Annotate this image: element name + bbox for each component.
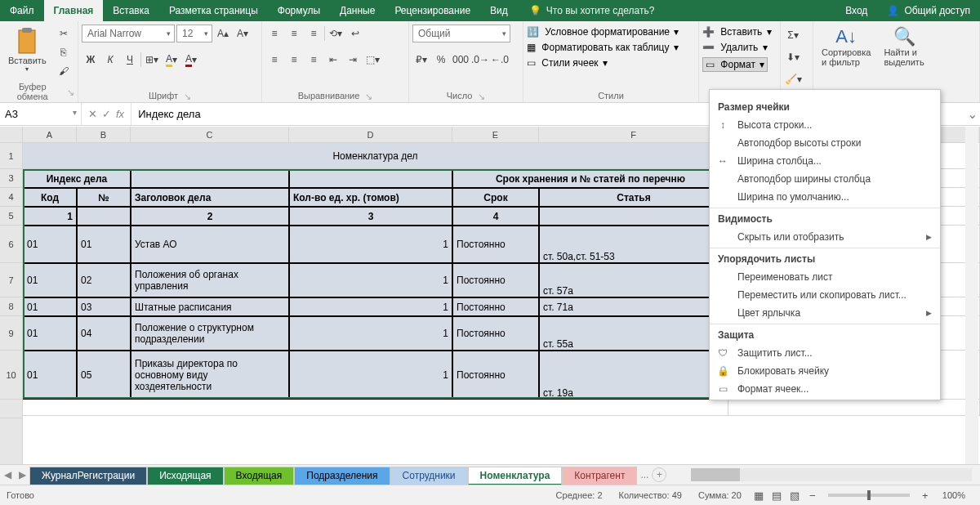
- font-name-select[interactable]: Arial Narrow: [82, 25, 175, 42]
- orientation-button[interactable]: ⟲▾: [327, 25, 345, 42]
- dialog-launcher-icon[interactable]: ↘: [477, 92, 485, 100]
- tab-review[interactable]: Рецензирование: [385, 0, 480, 21]
- vertical-scrollbar[interactable]: [965, 127, 978, 464]
- delete-cells-button[interactable]: ➖ Удалить ▾: [702, 42, 768, 53]
- dialog-launcher-icon[interactable]: ↘: [364, 92, 372, 100]
- outdent-button[interactable]: ⇤: [324, 51, 342, 69]
- align-left-button[interactable]: ≡: [265, 51, 283, 69]
- title-cell[interactable]: Номенклатура дел: [23, 143, 728, 169]
- conditional-formatting-button[interactable]: 🔢 Условное форматирование ▾: [527, 26, 679, 38]
- grow-font-button[interactable]: A▴: [214, 25, 232, 42]
- format-cells-button[interactable]: ▭ Формат ▾: [702, 57, 768, 72]
- view-layout-icon[interactable]: ▤: [768, 489, 786, 502]
- underline-button[interactable]: Ч: [121, 51, 139, 69]
- menu-tab-color[interactable]: Цвет ярлычка▶: [710, 304, 940, 322]
- align-right-button[interactable]: ≡: [305, 51, 323, 69]
- sheet-tab-Контрагент[interactable]: Контрагент: [562, 467, 637, 485]
- copy-button[interactable]: ⎘: [55, 43, 73, 61]
- menu-format-cells[interactable]: ▭Формат ячеек...: [710, 380, 940, 398]
- align-center-button[interactable]: ≡: [285, 51, 303, 69]
- cell-styles-button[interactable]: ▭ Стили ячеек ▾: [527, 57, 608, 69]
- horizontal-scrollbar[interactable]: [691, 468, 972, 481]
- sheet-tab-Входящая[interactable]: Входящая: [224, 467, 295, 485]
- menu-move-copy[interactable]: Переместить или скопировать лист...: [710, 286, 940, 304]
- status-sum: Сумма: 20: [690, 490, 750, 500]
- italic-button[interactable]: К: [101, 51, 119, 69]
- insert-cells-button[interactable]: ➕ Вставить ▾: [702, 26, 772, 38]
- view-pagebreak-icon[interactable]: ▧: [786, 489, 804, 502]
- dialog-launcher-icon[interactable]: ↘: [183, 92, 191, 100]
- tab-view[interactable]: Вид: [480, 0, 518, 21]
- wrap-text-button[interactable]: ↩: [346, 25, 364, 42]
- svg-rect-1: [22, 28, 32, 33]
- tab-insert[interactable]: Вставка: [103, 0, 159, 21]
- cancel-icon[interactable]: ✕: [88, 108, 97, 120]
- tab-home[interactable]: Главная: [44, 0, 104, 21]
- bold-button[interactable]: Ж: [82, 51, 100, 69]
- align-middle-button[interactable]: ≡: [285, 25, 303, 42]
- cut-button[interactable]: ✂: [55, 25, 73, 42]
- menu-protect-sheet[interactable]: 🛡Защитить лист...: [710, 344, 940, 362]
- find-select-button[interactable]: 🔍Найти и выделить: [879, 25, 929, 69]
- tell-me[interactable]: 💡Что вы хотите сделать?: [518, 0, 666, 21]
- clear-button[interactable]: 🧹▾: [784, 70, 802, 88]
- font-size-select[interactable]: 12: [176, 25, 212, 42]
- decrease-decimal-button[interactable]: ←.0: [491, 51, 509, 69]
- number-format-select[interactable]: Общий: [412, 25, 510, 42]
- tab-data[interactable]: Данные: [330, 0, 385, 21]
- enter-icon[interactable]: ✓: [102, 108, 111, 120]
- tabs-more[interactable]: ...: [637, 469, 652, 480]
- fill-button[interactable]: ⬇▾: [784, 48, 802, 66]
- comma-button[interactable]: 000: [452, 51, 470, 69]
- zoom-in-button[interactable]: +: [916, 489, 934, 502]
- merge-button[interactable]: ⬚▾: [363, 51, 381, 69]
- accounting-button[interactable]: ₽▾: [412, 51, 430, 69]
- font-color-button[interactable]: А▾: [182, 51, 200, 69]
- shrink-font-button[interactable]: A▾: [234, 25, 252, 42]
- tab-nav-prev[interactable]: ◀: [0, 469, 15, 480]
- fill-color-button[interactable]: А▾: [163, 51, 180, 69]
- menu-autofit-col[interactable]: Автоподбор ширины столбца: [710, 170, 940, 188]
- sheet-tab-Сотрудники[interactable]: Сотрудники: [390, 467, 468, 485]
- menu-rename-sheet[interactable]: Переименовать лист: [710, 268, 940, 286]
- align-bottom-button[interactable]: ≡: [305, 25, 323, 42]
- tab-nav-next[interactable]: ▶: [15, 469, 29, 480]
- view-normal-icon[interactable]: ▦: [750, 489, 768, 502]
- borders-button[interactable]: ⊞▾: [143, 51, 161, 69]
- clipboard-icon: [15, 26, 39, 56]
- select-all-corner[interactable]: [0, 127, 22, 143]
- tab-file[interactable]: Файл: [0, 0, 44, 21]
- tab-formulas[interactable]: Формулы: [268, 0, 330, 21]
- tab-layout[interactable]: Разметка страницы: [159, 0, 268, 21]
- menu-autofit-row[interactable]: Автоподбор высоты строки: [710, 134, 940, 152]
- row-headers[interactable]: 1 3 4 5 6 7 8 9 10: [0, 127, 23, 464]
- increase-decimal-button[interactable]: .0→: [471, 51, 489, 69]
- sheet-tab-ЖурналРегистрации[interactable]: ЖурналРегистрации: [29, 467, 147, 485]
- menu-lock-cell[interactable]: 🔒Блокировать ячейку: [710, 362, 940, 380]
- zoom-slider[interactable]: [828, 494, 910, 497]
- menu-hide-unhide[interactable]: Скрыть или отобразить▶: [710, 228, 940, 246]
- dialog-launcher-icon[interactable]: ↘: [66, 87, 74, 96]
- format-painter-button[interactable]: 🖌: [55, 62, 73, 80]
- menu-row-height[interactable]: ↕Высота строки...: [710, 116, 940, 134]
- indent-button[interactable]: ⇥: [344, 51, 362, 69]
- zoom-level[interactable]: 100%: [934, 490, 973, 500]
- fx-icon[interactable]: fx: [116, 108, 124, 120]
- paste-button[interactable]: Вставить▾: [3, 25, 51, 74]
- percent-button[interactable]: %: [432, 51, 450, 69]
- name-box[interactable]: [0, 103, 81, 125]
- sheet-tab-Исходящая[interactable]: Исходящая: [147, 467, 223, 485]
- menu-col-width[interactable]: ↔Ширина столбца...: [710, 152, 940, 170]
- zoom-out-button[interactable]: −: [804, 489, 822, 502]
- sheet-tab-Номенклатура[interactable]: Номенклатура: [468, 467, 563, 485]
- menu-default-width[interactable]: Ширина по умолчанию...: [710, 188, 940, 206]
- align-top-button[interactable]: ≡: [265, 25, 283, 42]
- sheet-tab-Подразделения[interactable]: Подразделения: [294, 467, 390, 485]
- autosum-button[interactable]: Σ▾: [784, 26, 802, 44]
- share-button[interactable]: 👤Общий доступ: [877, 0, 980, 21]
- expand-formula-icon[interactable]: ⌄: [964, 103, 980, 125]
- format-as-table-button[interactable]: ▦ Форматировать как таблицу ▾: [527, 42, 679, 53]
- login-button[interactable]: Вход: [835, 0, 877, 21]
- sort-filter-button[interactable]: A↓Сортировка и фильтр: [817, 25, 875, 69]
- new-sheet-button[interactable]: +: [652, 467, 666, 482]
